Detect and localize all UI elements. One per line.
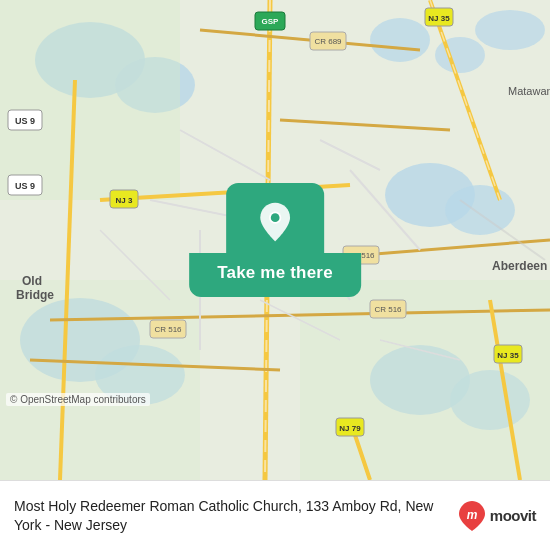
svg-text:CR 516: CR 516	[154, 325, 182, 334]
svg-text:Aberdeen: Aberdeen	[492, 259, 547, 273]
svg-point-3	[370, 18, 430, 62]
location-info: Most Holy Redeemer Roman Catholic Church…	[14, 497, 448, 533]
svg-text:Bridge: Bridge	[16, 288, 54, 302]
pin-area	[226, 183, 324, 253]
moovit-text: moovit	[490, 507, 536, 524]
button-overlay: Take me there	[189, 183, 361, 297]
location-pin-icon	[254, 201, 296, 243]
svg-text:NJ 35: NJ 35	[428, 14, 450, 23]
svg-text:m: m	[466, 508, 477, 522]
svg-text:Matawan: Matawan	[508, 85, 550, 97]
svg-text:CR 516: CR 516	[374, 305, 402, 314]
svg-text:NJ 79: NJ 79	[339, 424, 361, 433]
svg-point-4	[435, 37, 485, 73]
location-name: Most Holy Redeemer Roman Catholic Church…	[14, 498, 433, 532]
svg-text:CR 689: CR 689	[314, 37, 342, 46]
svg-rect-14	[0, 280, 200, 480]
svg-point-5	[475, 10, 545, 50]
app: US 9 US 9 GSP NJ 35 CR 689 NJ 3 CR 516 C…	[0, 0, 550, 550]
bottom-bar: Most Holy Redeemer Roman Catholic Church…	[0, 480, 550, 550]
map-container: US 9 US 9 GSP NJ 35 CR 689 NJ 3 CR 516 C…	[0, 0, 550, 480]
take-me-there-button[interactable]: Take me there	[189, 253, 361, 297]
svg-point-7	[445, 185, 515, 235]
svg-text:NJ 35: NJ 35	[497, 351, 519, 360]
svg-rect-12	[0, 0, 180, 200]
svg-text:GSP: GSP	[262, 17, 280, 26]
map-attribution: © OpenStreetMap contributors	[6, 393, 150, 406]
moovit-logo: m moovit	[458, 500, 536, 532]
svg-point-65	[271, 213, 280, 222]
svg-text:US 9: US 9	[15, 181, 35, 191]
svg-text:US 9: US 9	[15, 116, 35, 126]
svg-text:NJ 3: NJ 3	[116, 196, 133, 205]
moovit-marker-icon: m	[458, 500, 486, 532]
svg-text:Old: Old	[22, 274, 42, 288]
